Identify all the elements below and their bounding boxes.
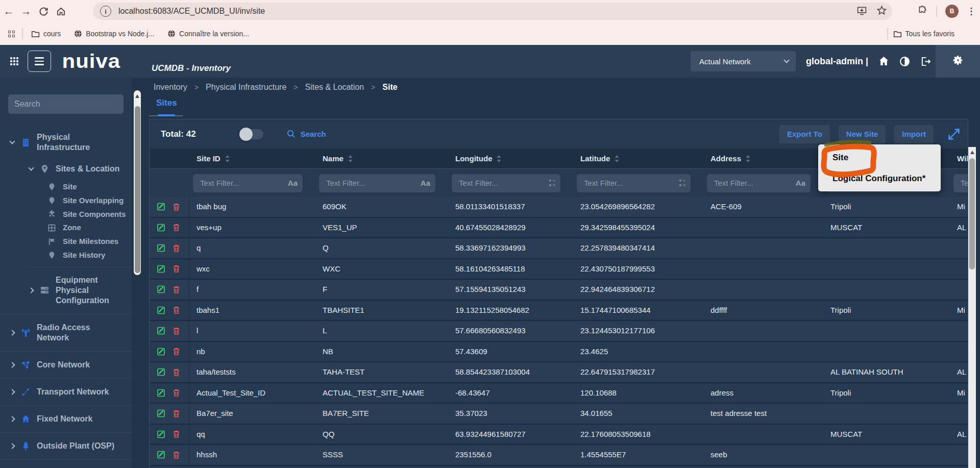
toggle-knob[interactable] (239, 128, 253, 141)
edit-row-icon[interactable] (157, 285, 166, 294)
logout-icon[interactable] (920, 56, 931, 67)
back-icon[interactable]: ← (0, 3, 17, 20)
new-site-button[interactable]: New Site (839, 125, 886, 143)
column-header-wilaya[interactable]: Wila (950, 149, 968, 168)
sidebar-item-equipment-physical-configuration[interactable]: Equipment Physical Configuration (0, 271, 132, 310)
profile-avatar[interactable]: B (945, 5, 959, 18)
delete-row-icon[interactable] (173, 430, 180, 438)
edit-row-icon[interactable] (157, 450, 166, 459)
edit-row-icon[interactable] (157, 347, 166, 356)
filter-wilaya[interactable] (953, 174, 968, 192)
menu-toggle-button[interactable] (28, 51, 51, 72)
bookmark-cours[interactable]: cours (31, 30, 61, 38)
edit-row-icon[interactable] (157, 243, 166, 253)
install-app-icon[interactable] (856, 5, 867, 18)
filter-input[interactable] (458, 178, 546, 188)
edit-row-icon[interactable] (157, 326, 166, 335)
tab-sites[interactable]: Sites (156, 98, 177, 108)
delete-row-icon[interactable] (173, 203, 180, 211)
url-text[interactable]: localhost:6083/ACE_UCMDB_UI/inv/site (118, 7, 856, 16)
theme-contrast-icon[interactable] (899, 56, 910, 67)
sidebar-item-site-milestones[interactable]: Site Milestones (0, 235, 132, 249)
sidebar-item-site[interactable]: Site (0, 180, 132, 194)
delete-row-icon[interactable] (173, 347, 180, 356)
edit-row-icon[interactable] (157, 367, 166, 377)
case-filter-icon[interactable]: Aa (796, 179, 805, 187)
address-bar[interactable]: i localhost:6083/ACE_UCMDB_UI/inv/site (93, 3, 892, 20)
column-header-longitude[interactable]: Longitude (448, 149, 573, 168)
breadcrumb-physical-infrastructure[interactable]: Physical Infrastructure (206, 83, 286, 92)
delete-row-icon[interactable] (173, 327, 180, 335)
table-search-button[interactable]: Search (287, 130, 326, 138)
sidebar-item-core-network[interactable]: Core Network (0, 356, 132, 374)
delete-row-icon[interactable] (173, 409, 180, 418)
edit-row-icon[interactable] (157, 264, 166, 274)
app-launcher-icon[interactable] (10, 57, 18, 65)
sort-icon[interactable] (348, 155, 353, 162)
filter-site-id[interactable]: Aa (193, 174, 303, 192)
scroll-up-arrow[interactable] (970, 151, 974, 154)
filter-longitude[interactable]: + −× ÷ (452, 174, 560, 192)
sidebar-item-site-overlapping[interactable]: Site Overlapping (0, 194, 132, 208)
delete-row-icon[interactable] (173, 368, 180, 377)
filter-address[interactable]: Aa (707, 174, 811, 192)
toggle-switch[interactable] (241, 129, 263, 139)
sidebar-item-fixed-network[interactable]: Fixed Network (0, 410, 132, 428)
column-header-latitude[interactable]: Latitude (573, 149, 703, 168)
bookmark-bootstrap[interactable]: Bootstrap vs Node.j... (74, 30, 154, 38)
network-selector[interactable]: Actual Network (691, 51, 796, 71)
import-button[interactable]: Import (894, 125, 934, 143)
edit-row-icon[interactable] (157, 202, 166, 211)
edit-row-icon[interactable] (157, 223, 166, 232)
sidebar-item-outside-plant[interactable]: Outside Plant (OSP) (0, 437, 132, 455)
sidebar-item-transport-network[interactable]: Transport Network (0, 383, 132, 401)
scrollbar-thumb[interactable] (135, 106, 140, 273)
home-icon[interactable] (52, 3, 69, 20)
menu-item-site[interactable]: Site (818, 150, 941, 166)
delete-row-icon[interactable] (173, 451, 180, 459)
case-filter-icon[interactable]: Aa (288, 179, 298, 187)
filter-input[interactable] (713, 178, 793, 188)
delete-row-icon[interactable] (173, 306, 180, 314)
forward-icon[interactable]: → (17, 3, 35, 20)
edit-row-icon[interactable] (157, 306, 166, 315)
filter-input[interactable] (960, 178, 968, 188)
site-info-icon[interactable]: i (100, 6, 111, 17)
all-bookmarks[interactable]: Tous les favoris (893, 30, 954, 38)
filter-input[interactable] (325, 178, 418, 188)
breadcrumb-sites-location[interactable]: Sites & Location (305, 83, 364, 92)
edit-row-icon[interactable] (157, 430, 166, 439)
sort-icon[interactable] (746, 155, 750, 162)
filter-latitude[interactable]: + −× ÷ (577, 174, 691, 192)
extensions-icon[interactable] (917, 5, 928, 18)
sidebar-item-shared-resources[interactable]: Shared Resources (0, 464, 132, 468)
sidebar-item-radio-access-network[interactable]: Radio Access Network (0, 318, 132, 347)
sort-icon[interactable] (615, 155, 619, 162)
delete-row-icon[interactable] (173, 285, 180, 294)
sidebar-item-physical-infrastructure[interactable]: Physical Infrastructure (0, 128, 132, 157)
numeric-filter-icon[interactable]: + −× ÷ (679, 179, 685, 188)
sidebar-item-site-components[interactable]: Site Components (0, 208, 132, 221)
breadcrumb-inventory[interactable]: Inventory (154, 83, 187, 92)
sidebar-item-zone[interactable]: Zone (0, 221, 132, 235)
home-nav-icon[interactable] (878, 56, 889, 66)
delete-row-icon[interactable] (173, 388, 180, 397)
case-filter-icon[interactable]: Aa (421, 179, 430, 187)
delete-row-icon[interactable] (173, 223, 180, 232)
bookmark-star-icon[interactable] (876, 5, 887, 18)
refresh-icon[interactable] (35, 3, 52, 20)
delete-row-icon[interactable] (173, 264, 180, 273)
apps-grid-icon[interactable] (8, 31, 15, 37)
sort-icon[interactable] (497, 155, 501, 162)
edit-row-icon[interactable] (157, 388, 166, 398)
edit-row-icon[interactable] (157, 409, 166, 418)
sort-icon[interactable] (225, 155, 230, 162)
filter-input[interactable] (199, 178, 285, 188)
sidebar-item-site-history[interactable]: Site History (0, 249, 132, 262)
filter-input[interactable] (583, 178, 676, 188)
browser-menu-icon[interactable]: ⋮ (967, 6, 976, 17)
column-header-name[interactable]: Name (315, 149, 448, 168)
expand-fullscreen-icon[interactable] (945, 126, 963, 143)
column-header-site-id[interactable]: Site ID (189, 149, 315, 168)
column-header-address[interactable]: Address (703, 149, 823, 168)
